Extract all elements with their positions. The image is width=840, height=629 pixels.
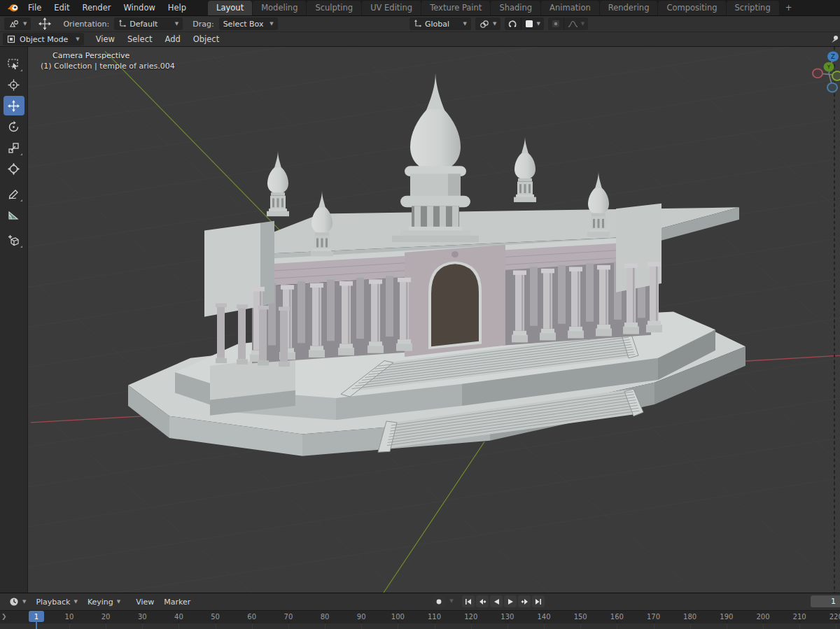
gizmo-z-neg-ball[interactable] xyxy=(827,83,837,92)
menu-add[interactable]: Add xyxy=(158,32,186,46)
proportional-editing-toggle[interactable] xyxy=(548,17,564,30)
playhead-line[interactable] xyxy=(36,622,37,629)
increment-snap-icon xyxy=(525,20,533,28)
jump-to-start-button[interactable] xyxy=(462,595,475,607)
global-axis-icon xyxy=(414,20,421,28)
proportional-editing-icon xyxy=(552,20,560,28)
topbar: File Edit Render Window Help Layout Mode… xyxy=(0,0,840,15)
snap-toggle-button[interactable] xyxy=(505,17,521,30)
tab-rendering[interactable]: Rendering xyxy=(600,1,658,15)
clock-icon xyxy=(9,597,19,607)
ruler-tick-label: 10 xyxy=(65,613,74,621)
menu-marker[interactable]: Marker xyxy=(159,595,195,609)
menu-timeline-view[interactable]: View xyxy=(131,595,159,609)
transform-orientation-dropdown[interactable]: Global ▼ xyxy=(410,17,471,30)
menu-help[interactable]: Help xyxy=(162,1,192,15)
gizmo-x-ball[interactable] xyxy=(832,71,840,80)
menu-render[interactable]: Render xyxy=(76,1,118,15)
viewport-header: Object Mode ▼ View Select Add Object xyxy=(0,31,840,47)
header-overflow-icon[interactable] xyxy=(829,34,840,48)
timeline-tracks[interactable] xyxy=(0,623,840,629)
tool-add-cube[interactable] xyxy=(4,230,24,250)
active-tool-selector[interactable]: ▼ xyxy=(4,17,31,30)
current-frame-field[interactable]: 1 xyxy=(811,595,840,607)
tab-sculpting[interactable]: Sculpting xyxy=(307,1,361,15)
ruler-tick-label: 140 xyxy=(537,613,550,621)
next-keyframe-button[interactable] xyxy=(518,595,531,607)
blender-logo-icon[interactable] xyxy=(7,3,19,13)
mode-dropdown[interactable]: Object Mode ▼ xyxy=(3,33,84,45)
transport-controls: ▼ xyxy=(433,595,545,607)
auto-keying-button[interactable] xyxy=(433,595,445,607)
keying-set-dropdown[interactable]: ▼ xyxy=(447,599,456,604)
tweak-tool-icon xyxy=(8,20,20,29)
move-tool-indicator-icon[interactable] xyxy=(38,17,52,30)
snap-target-dropdown[interactable]: ▼ xyxy=(521,17,543,30)
menu-keying[interactable]: Keying▼ xyxy=(83,595,125,609)
tool-transform[interactable] xyxy=(4,159,24,178)
tab-modeling[interactable]: Modeling xyxy=(253,1,306,15)
jump-to-end-button[interactable] xyxy=(532,595,545,607)
mode-value: Object Mode xyxy=(20,35,68,44)
tool-cursor[interactable] xyxy=(4,75,24,94)
ruler-tick-label: 180 xyxy=(683,613,696,621)
ruler-tick-label: 20 xyxy=(102,613,111,621)
object-mode-icon xyxy=(7,35,16,43)
menu-file[interactable]: File xyxy=(22,1,48,15)
timeline-ruler[interactable]: 1020304050607080901001101201301401501601… xyxy=(0,610,840,623)
viewport-3d[interactable]: Y Z Camera Perspective (1) Collection | … xyxy=(0,47,840,593)
menu-window[interactable]: Window xyxy=(117,1,161,15)
chevron-down-icon: ▼ xyxy=(117,600,120,605)
axis-orientation-icon xyxy=(118,20,126,28)
drag-label: Drag: xyxy=(192,20,214,29)
menu-playback[interactable]: Playback▼ xyxy=(31,595,82,609)
gizmo-x-neg-ball[interactable] xyxy=(813,69,822,78)
snap-settings-dropdown[interactable]: ▼ xyxy=(475,17,500,30)
ruler-tick-label: 110 xyxy=(428,613,441,621)
timeline-editor: ▼ Playback▼ Keying▼ View Marker ▼ 1 1020… xyxy=(0,593,840,629)
snap-link-icon xyxy=(479,20,489,29)
previous-keyframe-button[interactable] xyxy=(476,595,489,607)
tab-compositing[interactable]: Compositing xyxy=(658,1,725,15)
add-workspace-button[interactable]: + xyxy=(780,1,798,15)
chevron-down-icon: ▼ xyxy=(22,600,26,605)
tab-layout[interactable]: Layout xyxy=(208,1,252,15)
region-expand-chevron[interactable]: ❯ xyxy=(1,613,7,620)
ruler-tick-label: 120 xyxy=(464,613,477,621)
tool-select-box[interactable] xyxy=(4,54,24,73)
navigation-gizmo[interactable]: Y Z xyxy=(813,51,840,92)
tool-rotate[interactable] xyxy=(4,117,24,136)
tool-annotate[interactable] xyxy=(4,184,24,204)
temple-model[interactable] xyxy=(128,73,746,456)
tool-measure[interactable] xyxy=(4,205,24,225)
menu-select[interactable]: Select xyxy=(121,32,158,46)
tab-texture-paint[interactable]: Texture Paint xyxy=(421,1,490,15)
tab-shading[interactable]: Shading xyxy=(491,1,540,15)
tab-uv-editing[interactable]: UV Editing xyxy=(362,1,421,15)
tab-scripting[interactable]: Scripting xyxy=(727,1,779,15)
ruler-tick-label: 130 xyxy=(500,613,514,621)
tab-animation[interactable]: Animation xyxy=(541,1,599,15)
scene-canvas: Y Z xyxy=(0,47,840,593)
drag-dropdown[interactable]: Select Box ▼ xyxy=(219,17,278,30)
tool-scale[interactable] xyxy=(4,138,24,157)
menu-edit[interactable]: Edit xyxy=(48,1,76,15)
tool-move[interactable] xyxy=(4,96,24,115)
tool-settings-bar: ▼ Orientation: Default ▼ Drag: Select Bo… xyxy=(0,15,840,31)
gizmo-z-label: Z xyxy=(831,53,835,60)
orientation-dropdown[interactable]: Default ▼ xyxy=(114,17,183,30)
play-button[interactable] xyxy=(504,595,517,607)
view-name-overlay: Camera Perspective xyxy=(52,51,130,60)
menu-object[interactable]: Object xyxy=(187,32,225,46)
falloff-curve-icon xyxy=(568,20,578,28)
ruler-tick-label: 160 xyxy=(610,613,624,621)
editor-type-selector[interactable]: ▼ xyxy=(4,595,31,609)
ruler-tick-label: 190 xyxy=(720,613,733,621)
proportional-falloff-dropdown[interactable]: ▼ xyxy=(564,17,588,30)
workspace-tabs: Layout Modeling Sculpting UV Editing Tex… xyxy=(208,0,797,15)
ruler-tick-label: 150 xyxy=(574,613,587,621)
ruler-tick-label: 80 xyxy=(321,613,330,621)
menu-view[interactable]: View xyxy=(90,32,121,46)
play-reverse-button[interactable] xyxy=(490,595,503,607)
current-frame-badge[interactable]: 1 xyxy=(29,611,44,622)
